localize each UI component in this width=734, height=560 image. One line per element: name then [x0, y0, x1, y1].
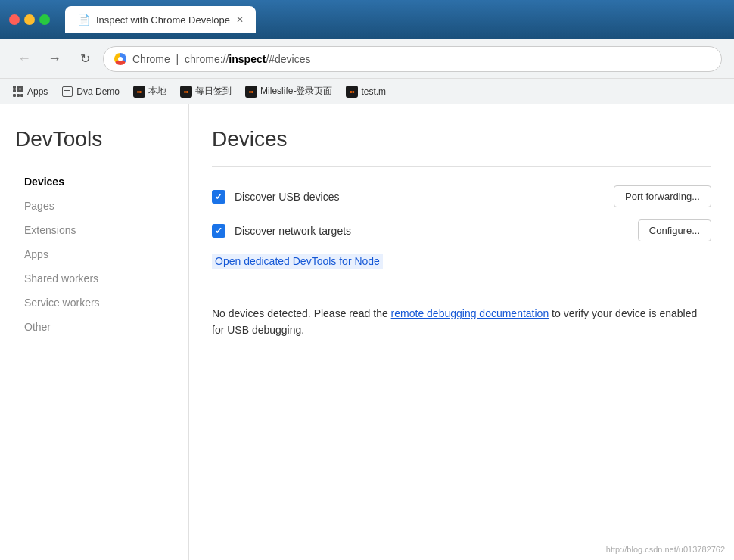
discover-usb-row: Discover USB devices Port forwarding... — [212, 185, 711, 207]
bookmark-local[interactable]: ∞ 本地 — [127, 82, 173, 101]
orange-icon-1: ∞ — [133, 86, 145, 98]
url-scheme: chrome:// — [185, 53, 229, 65]
content-area: Devices Discover USB devices Port forwar… — [189, 104, 734, 560]
apps-grid-icon — [12, 86, 24, 98]
sidebar: DevTools Devices Pages Extensions Apps S… — [0, 104, 189, 560]
bookmark-test-label: test.m — [361, 86, 386, 97]
bookmarks-bar: Apps Dva Demo ∞ 本地 ∞ 每日签到 ∞ Mileslife-登录… — [0, 79, 734, 104]
back-button[interactable]: ← — [12, 47, 36, 71]
bookmark-dva-demo[interactable]: Dva Demo — [55, 82, 126, 101]
close-button[interactable] — [9, 14, 20, 25]
window-buttons — [9, 14, 50, 25]
url-input[interactable]: Chrome | chrome://inspect/#devices — [103, 46, 722, 72]
configure-button[interactable]: Configure... — [638, 219, 711, 241]
sidebar-nav: Devices Pages Extensions Apps Shared wor… — [15, 170, 173, 339]
maximize-button[interactable] — [39, 14, 50, 25]
section-divider — [212, 166, 711, 167]
url-hash: /#devices — [266, 53, 310, 65]
devtools-node-link[interactable]: Open dedicated DevTools for Node — [212, 254, 383, 269]
sidebar-item-apps[interactable]: Apps — [15, 242, 173, 266]
sidebar-item-extensions[interactable]: Extensions — [15, 218, 173, 242]
discover-network-checkbox[interactable] — [212, 224, 225, 238]
bookmark-daily-signin[interactable]: ∞ 每日签到 — [174, 82, 238, 101]
port-forwarding-button[interactable]: Port forwarding... — [614, 185, 711, 207]
remote-debugging-link[interactable]: remote debugging documentation — [391, 307, 549, 319]
url-display: Chrome | chrome://inspect/#devices — [132, 53, 311, 65]
sidebar-title: DevTools — [15, 127, 173, 151]
bookmark-apps[interactable]: Apps — [6, 82, 54, 101]
minimize-button[interactable] — [24, 14, 35, 25]
tab-page-icon: 📄 — [77, 14, 90, 26]
bookmark-mileslife[interactable]: ∞ Mileslife-登录页面 — [239, 82, 338, 101]
bookmark-mileslife-label: Mileslife-登录页面 — [260, 85, 332, 98]
orange-icon-2: ∞ — [180, 86, 192, 98]
main-content: DevTools Devices Pages Extensions Apps S… — [0, 104, 734, 560]
discover-usb-checkbox[interactable] — [212, 190, 225, 204]
sidebar-item-service-workers[interactable]: Service workers — [15, 291, 173, 315]
discover-network-row: Discover network targets Configure... — [212, 219, 711, 241]
tab-close-icon[interactable]: ✕ — [236, 14, 244, 25]
page-icon — [61, 86, 73, 98]
sidebar-item-other[interactable]: Other — [15, 315, 173, 339]
sidebar-item-devices[interactable]: Devices — [15, 170, 173, 194]
bookmark-daily-label: 每日签到 — [195, 85, 232, 98]
url-origin: Chrome — [132, 53, 170, 65]
bookmark-dva-label: Dva Demo — [76, 86, 120, 97]
bookmark-apps-label: Apps — [27, 86, 48, 97]
sidebar-item-shared-workers[interactable]: Shared workers — [15, 266, 173, 291]
reload-button[interactable]: ↻ — [73, 47, 97, 71]
page-title: Devices — [212, 127, 711, 151]
forward-button[interactable]: → — [42, 47, 67, 71]
status-url: http://blog.csdn.net/u013782762 — [606, 545, 725, 554]
discover-usb-label: Discover USB devices — [235, 191, 605, 203]
tab-title: Inspect with Chrome Develope — [96, 14, 230, 26]
discover-network-label: Discover network targets — [235, 225, 629, 237]
sidebar-item-pages[interactable]: Pages — [15, 194, 173, 218]
bookmark-test[interactable]: ∞ test.m — [340, 82, 392, 101]
devtools-node-container: Open dedicated DevTools for Node — [212, 254, 711, 287]
address-bar: ← → ↻ Chrome | chrome://inspect/#devices — [0, 39, 734, 79]
no-devices-text-1: No devices detected. Please read the — [212, 307, 391, 319]
no-devices-message: No devices detected. Please read the rem… — [212, 305, 711, 339]
title-bar: 📄 Inspect with Chrome Develope ✕ — [0, 0, 734, 39]
orange-icon-4: ∞ — [346, 86, 358, 98]
browser-tab[interactable]: 📄 Inspect with Chrome Develope ✕ — [65, 6, 256, 33]
chrome-icon — [114, 53, 126, 65]
url-bold: inspect — [229, 53, 266, 65]
bookmark-local-label: 本地 — [148, 85, 166, 98]
orange-icon-3: ∞ — [245, 86, 257, 98]
